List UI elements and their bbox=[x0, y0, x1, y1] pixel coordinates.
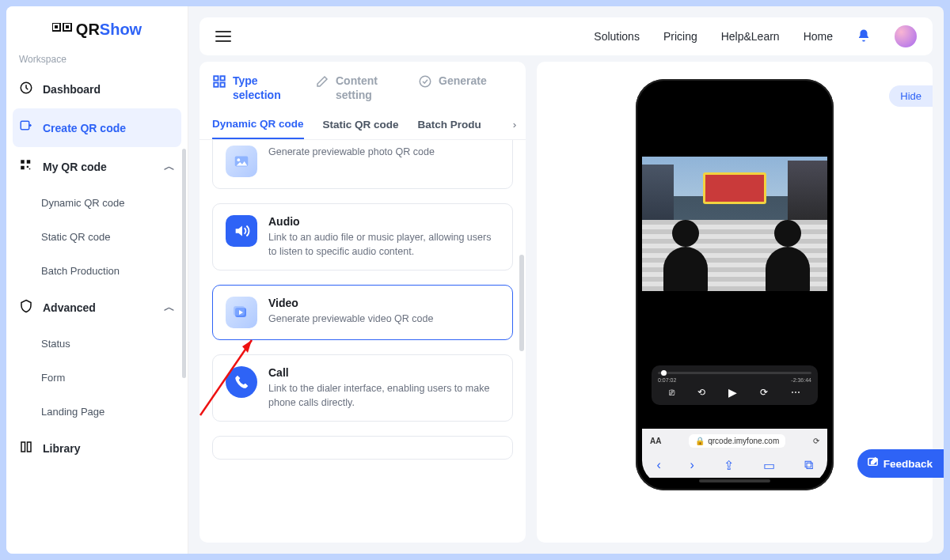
card-call[interactable]: Call Link to the dialer interface, enabl… bbox=[212, 354, 513, 422]
svg-rect-5 bbox=[21, 121, 29, 130]
wizard-steps: Type selection Content setting Generate bbox=[200, 62, 526, 110]
grid-icon bbox=[212, 74, 226, 89]
card-photo[interactable]: Generate previewable photo QR code bbox=[212, 140, 513, 189]
dashboard-icon bbox=[19, 81, 33, 97]
sidebar: QRShow Workspace Dashboard Create QR cod… bbox=[6, 6, 188, 554]
svg-rect-14 bbox=[221, 83, 225, 87]
sidebar-sub-form[interactable]: Form bbox=[6, 361, 188, 395]
phone-screen: 0:07:02 -2:36:44 ⎚ ⟲ ▶ ⟳ ⋯ bbox=[642, 85, 827, 484]
rewind-icon[interactable]: ⟲ bbox=[697, 387, 705, 398]
browser-toolbar: ‹ › ⇪ ▭ ⧉ bbox=[642, 452, 827, 478]
center-panel: Type selection Content setting Generate … bbox=[200, 62, 526, 543]
tab-static[interactable]: Static QR code bbox=[323, 111, 399, 138]
tabs-icon[interactable]: ⧉ bbox=[804, 458, 813, 472]
chevron-right-icon: › bbox=[513, 119, 517, 131]
scrollbar[interactable] bbox=[182, 149, 186, 378]
address-box[interactable]: 🔒 qrcode.imyfone.com bbox=[689, 434, 785, 448]
top-nav: Solutions Pricing Help&Learn Home bbox=[594, 25, 917, 47]
share-icon[interactable]: ⇪ bbox=[724, 458, 734, 473]
card-audio[interactable]: Audio Link to an audio file or music pla… bbox=[212, 203, 513, 271]
svg-rect-12 bbox=[221, 76, 225, 80]
home-indicator bbox=[699, 479, 770, 482]
airplay-icon[interactable]: ⎚ bbox=[669, 387, 674, 398]
sidebar-item-label: Advanced bbox=[43, 301, 96, 314]
feedback-icon bbox=[867, 456, 879, 471]
nav-pricing[interactable]: Pricing bbox=[663, 30, 697, 43]
nav-solutions[interactable]: Solutions bbox=[594, 30, 640, 43]
back-icon[interactable]: ‹ bbox=[656, 458, 660, 472]
phone-mockup: 0:07:02 -2:36:44 ⎚ ⟲ ▶ ⟳ ⋯ bbox=[636, 79, 834, 490]
avatar[interactable] bbox=[895, 25, 917, 47]
video-frame bbox=[642, 157, 827, 291]
step-type-selection[interactable]: Type selection bbox=[212, 74, 296, 102]
sidebar-item-label: My QR code bbox=[43, 161, 107, 173]
photo-icon bbox=[226, 146, 257, 177]
bell-icon[interactable] bbox=[857, 28, 871, 46]
sidebar-item-label: Library bbox=[43, 442, 80, 455]
sidebar-section-label: Workspace bbox=[6, 47, 188, 70]
svg-rect-6 bbox=[21, 160, 25, 164]
check-circle-icon bbox=[418, 74, 432, 89]
progress-bar[interactable] bbox=[658, 372, 811, 374]
qr-logo-icon bbox=[52, 21, 73, 40]
bookmarks-icon[interactable]: ▭ bbox=[763, 458, 775, 473]
svg-point-15 bbox=[420, 76, 431, 87]
sidebar-sub-static[interactable]: Static QR code bbox=[6, 220, 188, 254]
sidebar-sub-status[interactable]: Status bbox=[6, 327, 188, 361]
nav-help[interactable]: Help&Learn bbox=[721, 30, 780, 43]
sidebar-item-label: Dashboard bbox=[43, 83, 101, 96]
lock-icon: 🔒 bbox=[695, 437, 705, 445]
svg-rect-10 bbox=[29, 168, 31, 170]
browser-address-bar: AA 🔒 qrcode.imyfone.com ⟳ bbox=[642, 429, 827, 452]
center-scrollbar[interactable] bbox=[519, 255, 524, 351]
hide-preview-button[interactable]: Hide bbox=[889, 85, 933, 107]
video-icon bbox=[226, 297, 257, 328]
sidebar-item-advanced[interactable]: Advanced ︿ bbox=[6, 288, 188, 327]
video-controls[interactable]: 0:07:02 -2:36:44 ⎚ ⟲ ▶ ⟳ ⋯ bbox=[652, 365, 818, 405]
chevron-up-icon: ︿ bbox=[164, 301, 175, 315]
step-content-setting[interactable]: Content setting bbox=[315, 74, 399, 102]
step-generate[interactable]: Generate bbox=[418, 74, 487, 102]
sidebar-sub-batch[interactable]: Batch Production bbox=[6, 254, 188, 288]
sidebar-item-library[interactable]: Library bbox=[6, 429, 188, 467]
sidebar-scroll[interactable]: Workspace Dashboard Create QR code My QR… bbox=[6, 47, 188, 554]
card-video[interactable]: Video Generate previewable video QR code bbox=[212, 285, 513, 340]
card-more[interactable] bbox=[212, 436, 513, 460]
svg-rect-13 bbox=[214, 83, 218, 87]
svg-rect-7 bbox=[27, 160, 31, 164]
sidebar-item-create-qr[interactable]: Create QR code bbox=[13, 108, 181, 147]
chevron-up-icon: ︿ bbox=[164, 160, 175, 174]
card-desc: Link to an audio file or music player, a… bbox=[268, 231, 500, 259]
sidebar-item-label: Create QR code bbox=[43, 122, 126, 134]
myqr-icon bbox=[19, 158, 33, 175]
qr-type-tabs: Dynamic QR code Static QR code Batch Pro… bbox=[200, 110, 526, 140]
url-text: qrcode.imyfone.com bbox=[708, 437, 779, 445]
qr-type-list[interactable]: Generate previewable photo QR code Audio… bbox=[200, 140, 526, 543]
advanced-icon bbox=[19, 299, 33, 316]
tabs-scroll-right[interactable]: › bbox=[504, 110, 526, 139]
hamburger-icon[interactable] bbox=[215, 31, 231, 42]
edit-icon bbox=[315, 74, 329, 89]
card-desc: Link to the dialer interface, enabling u… bbox=[268, 382, 500, 410]
play-icon[interactable]: ▶ bbox=[728, 386, 737, 399]
sidebar-item-my-qr[interactable]: My QR code ︿ bbox=[6, 147, 188, 186]
forward-nav-icon[interactable]: › bbox=[690, 458, 694, 472]
feedback-button[interactable]: Feedback bbox=[857, 449, 944, 478]
sidebar-sub-dynamic[interactable]: Dynamic QR code bbox=[6, 186, 188, 220]
aa-icon[interactable]: AA bbox=[650, 437, 661, 445]
sidebar-sub-landing[interactable]: Landing Page bbox=[6, 395, 188, 429]
call-icon bbox=[226, 366, 257, 398]
reload-icon[interactable]: ⟳ bbox=[813, 437, 819, 445]
card-title: Call bbox=[268, 366, 500, 379]
more-icon[interactable]: ⋯ bbox=[791, 387, 800, 398]
card-desc: Generate previewable video QR code bbox=[268, 312, 433, 327]
forward-icon[interactable]: ⟳ bbox=[760, 387, 768, 398]
tab-batch[interactable]: Batch Produ bbox=[418, 111, 481, 138]
tab-dynamic[interactable]: Dynamic QR code bbox=[212, 110, 304, 139]
sidebar-item-dashboard[interactable]: Dashboard bbox=[6, 70, 188, 108]
audio-icon bbox=[226, 215, 257, 247]
library-icon bbox=[19, 440, 33, 456]
create-icon bbox=[19, 119, 33, 136]
svg-rect-8 bbox=[21, 166, 25, 170]
nav-home[interactable]: Home bbox=[804, 30, 833, 43]
